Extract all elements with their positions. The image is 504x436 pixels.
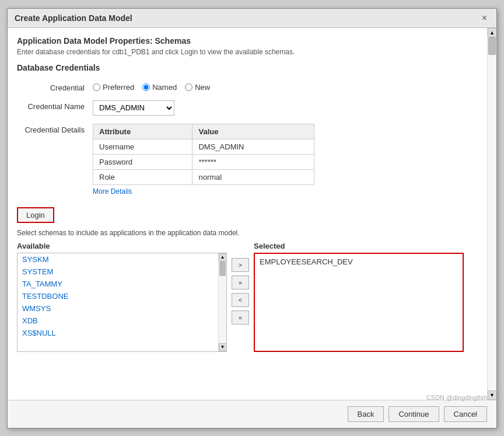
more-details-link[interactable]: More Details (93, 187, 132, 196)
scroll-down-btn[interactable]: ▼ (488, 390, 497, 400)
available-scroll-track (219, 261, 226, 343)
dialog-title: Create Application Data Model (15, 13, 132, 23)
move-all-left-btn[interactable]: « (232, 311, 249, 325)
credential-row: Credential Preferred Named New (17, 82, 478, 92)
scroll-track (488, 37, 496, 390)
table-cell-value: ****** (192, 154, 314, 169)
radio-preferred-input[interactable] (93, 83, 100, 91)
dialog-titlebar: Create Application Data Model × (8, 9, 496, 28)
section-subtitle: Enter database credentials for cdb1_PDB1… (17, 48, 478, 56)
table-cell-attribute: Role (93, 169, 192, 184)
radio-preferred-label: Preferred (103, 83, 134, 92)
credential-details-content: Attribute Value Username DMS_ADMIN Passw… (93, 124, 314, 196)
credential-details-row: Credential Details Attribute Value Usern… (17, 124, 478, 196)
credentials-table: Attribute Value Username DMS_ADMIN Passw… (93, 124, 314, 185)
selected-label: Selected (254, 242, 464, 250)
available-list-items: SYSKM SYSTEM TA_TAMMY TESTDBONE WMSYS XD… (18, 253, 218, 351)
list-item[interactable]: SYSKM (18, 253, 218, 266)
table-header-value: Value (192, 124, 314, 139)
list-item[interactable]: WMSYS (18, 302, 218, 315)
back-button[interactable]: Back (348, 406, 384, 422)
selected-list-box: EMPLOYEESEARCH_DEV (254, 253, 464, 352)
credential-label: Credential (17, 82, 93, 92)
radio-named-label: Named (152, 83, 177, 92)
dialog-body: Application Data Model Properties: Schem… (8, 28, 496, 400)
available-scroll-thumb[interactable] (219, 261, 226, 276)
list-item[interactable]: EMPLOYEESEARCH_DEV (257, 256, 460, 267)
schemas-section: Available SYSKM SYSTEM TA_TAMMY TESTDBON… (17, 242, 478, 352)
list-item[interactable]: TESTDBONE (18, 290, 218, 302)
radio-named[interactable]: Named (142, 83, 177, 92)
credential-radio-group: Preferred Named New (93, 82, 210, 92)
credential-name-label: Credential Name (17, 100, 93, 111)
section-title: Application Data Model Properties: Schem… (17, 36, 478, 46)
move-right-btn[interactable]: > (232, 258, 249, 272)
credential-name-row: Credential Name DMS_ADMIN (17, 100, 478, 116)
available-list-box: SYSKM SYSTEM TA_TAMMY TESTDBONE WMSYS XD… (17, 253, 227, 352)
selected-list-container: Selected EMPLOYEESEARCH_DEV (254, 242, 464, 352)
available-list-container: Available SYSKM SYSTEM TA_TAMMY TESTDBON… (17, 242, 227, 352)
move-all-right-btn[interactable]: » (232, 275, 249, 289)
available-scroll-up-btn[interactable]: ▲ (219, 253, 227, 261)
radio-preferred[interactable]: Preferred (93, 83, 134, 92)
transfer-buttons: > » < « (227, 242, 254, 341)
create-app-data-model-dialog: Create Application Data Model × Applicat… (7, 8, 497, 428)
dialog-scrollbar: ▲ ▼ (487, 28, 496, 400)
list-item[interactable]: XDB (18, 315, 218, 327)
list-item[interactable]: XS$NULL (18, 327, 218, 339)
scroll-thumb[interactable] (488, 37, 496, 55)
radio-new-label: New (195, 83, 210, 92)
scroll-up-btn[interactable]: ▲ (488, 28, 497, 37)
login-button[interactable]: Login (17, 207, 54, 223)
table-row: Username DMS_ADMIN (93, 139, 314, 154)
list-item[interactable]: SYSTEM (18, 266, 218, 278)
list-item[interactable]: TA_TAMMY (18, 278, 218, 290)
dialog-footer: Back Continue Cancel (8, 400, 496, 428)
move-left-btn[interactable]: < (232, 293, 249, 307)
cancel-button[interactable]: Cancel (444, 406, 487, 422)
close-button[interactable]: × (480, 13, 489, 23)
table-header-attribute: Attribute (93, 124, 192, 139)
credential-details-label: Credential Details (17, 124, 93, 134)
radio-new-input[interactable] (185, 83, 192, 91)
table-cell-value: normal (192, 169, 314, 184)
dialog-content: Application Data Model Properties: Schem… (8, 28, 487, 400)
table-cell-attribute: Password (93, 154, 192, 169)
table-cell-value: DMS_ADMIN (192, 139, 314, 154)
available-label: Available (17, 242, 227, 250)
watermark: CSDN @dingdingfish (426, 394, 487, 401)
available-list-scroll: SYSKM SYSTEM TA_TAMMY TESTDBONE WMSYS XD… (18, 253, 226, 351)
db-credentials-title: Database Credentials (17, 63, 478, 72)
radio-named-input[interactable] (142, 83, 150, 91)
available-scroll-down-btn[interactable]: ▼ (219, 343, 227, 351)
table-row: Role normal (93, 169, 314, 184)
table-cell-attribute: Username (93, 139, 192, 154)
table-row: Password ****** (93, 154, 314, 169)
continue-button[interactable]: Continue (388, 406, 439, 422)
credential-name-select[interactable]: DMS_ADMIN (93, 100, 174, 116)
schemas-instruction: Select schemas to include as application… (17, 229, 478, 237)
available-list-scrollbar: ▲ ▼ (218, 253, 226, 351)
radio-new[interactable]: New (185, 83, 210, 92)
